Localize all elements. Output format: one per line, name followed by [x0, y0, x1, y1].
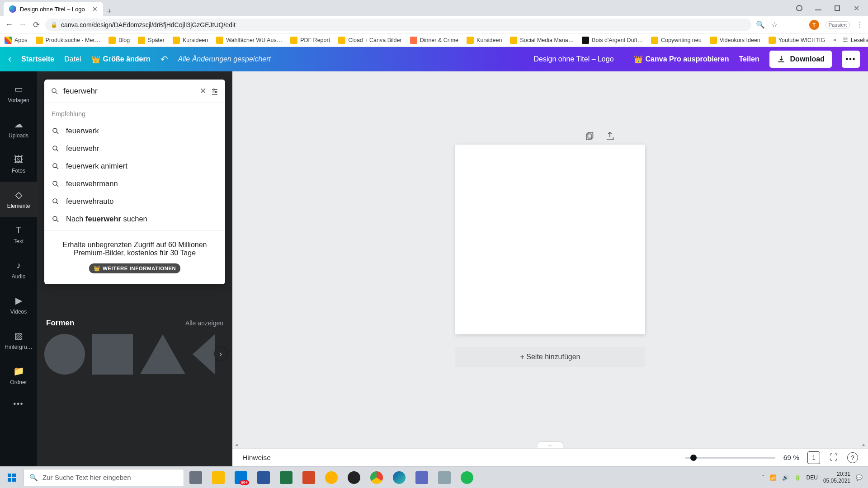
suggestion-item[interactable]: feuerwehrauto [44, 192, 225, 210]
profile-avatar[interactable]: T [809, 20, 819, 30]
back-chevron-icon[interactable]: ‹ [8, 53, 11, 65]
task-view-button[interactable] [185, 468, 207, 488]
rail-more-button[interactable]: ••• [14, 395, 24, 413]
bookmark-item[interactable]: Social Media Mana… [510, 37, 574, 44]
document-title[interactable]: Design ohne Titel – Logo [534, 55, 614, 63]
browser-tab-active[interactable]: Design ohne Titel – Logo ✕ [4, 2, 103, 16]
rail-text[interactable]: TText [0, 217, 37, 252]
bookmark-item[interactable]: Kursideen [467, 37, 502, 44]
maximize-button[interactable] [829, 5, 845, 11]
rail-folder[interactable]: 📁Ordner [0, 358, 37, 393]
bookmark-overflow-button[interactable]: » [833, 37, 836, 43]
tray-chevron-icon[interactable]: ˄ [762, 474, 764, 481]
rail-templates[interactable]: ▭Vorlagen [0, 76, 37, 111]
clear-search-button[interactable]: ✕ [200, 86, 206, 96]
bookmark-item[interactable]: Dinner & Crime [410, 37, 458, 44]
start-button[interactable] [1, 467, 23, 488]
sync-paused-badge[interactable]: Pausiert [826, 21, 850, 28]
horizontal-scrollbar[interactable]: ◂▸ [233, 442, 867, 448]
taskbar-app[interactable] [321, 468, 342, 488]
search-filter-button[interactable] [211, 87, 219, 95]
suggestion-item[interactable]: feuerwerk [44, 122, 225, 140]
tray-battery-icon[interactable]: 🔋 [794, 474, 801, 481]
rail-photos[interactable]: 🖼Fotos [0, 146, 37, 182]
address-bar[interactable]: 🔒 canva.com/design/DAEdomzscjl/drBfjHdCo… [45, 19, 751, 31]
download-button[interactable]: Download [769, 51, 832, 68]
zoom-slider[interactable] [685, 457, 775, 459]
more-menu-button[interactable]: ••• [842, 51, 860, 68]
zoom-value[interactable]: 69 % [783, 454, 799, 462]
shape-circle[interactable] [44, 334, 85, 375]
tray-notifications-icon[interactable]: 💬 [856, 474, 863, 481]
bookmark-item[interactable]: Bois d'Argent Duft… [582, 37, 643, 44]
bookmark-item[interactable]: Youtube WICHTIG [769, 37, 825, 44]
nav-back-button[interactable]: ← [5, 20, 14, 29]
tray-wifi-icon[interactable]: 📶 [770, 474, 777, 481]
promo-learn-more-button[interactable]: 👑WEITERE INFORMATIONEN [89, 263, 181, 273]
bookmark-item[interactable]: Videokurs Ideen [710, 37, 760, 44]
bookmark-item[interactable]: Produktsuche - Mer… [36, 37, 101, 44]
taskbar-powerpoint[interactable] [298, 468, 320, 488]
search-for-item[interactable]: Nach feuerwehr suchen [44, 210, 225, 228]
bookmark-item[interactable]: Blog [108, 37, 130, 44]
tray-language[interactable]: DEU [807, 474, 818, 481]
bookmark-apps[interactable]: Apps [5, 37, 28, 44]
rail-elements[interactable]: ◇Elemente [0, 182, 37, 217]
zoom-slider-knob[interactable] [690, 455, 697, 461]
shape-partial[interactable] [193, 334, 215, 375]
search-input[interactable] [63, 87, 195, 96]
taskbar-chrome[interactable] [366, 468, 387, 488]
taskbar-spotify[interactable] [456, 468, 478, 488]
bookmark-item[interactable]: Später [138, 37, 165, 44]
try-pro-button[interactable]: 👑 Canva Pro ausprobieren [634, 55, 729, 64]
zoom-reset-icon[interactable]: 🔍 [756, 20, 765, 29]
taskbar-word[interactable] [253, 468, 274, 488]
taskbar-app[interactable] [411, 468, 433, 488]
rail-audio[interactable]: ♪Audio [0, 252, 37, 287]
fullscreen-button[interactable]: ⛶ [828, 452, 839, 463]
design-page[interactable] [455, 145, 645, 334]
nav-forward-button[interactable]: → [18, 20, 27, 29]
help-button[interactable]: ? [847, 452, 858, 463]
taskbar-search[interactable]: 🔍 Zur Suche Text hier eingeben [24, 469, 184, 486]
duplicate-page-icon[interactable] [585, 131, 595, 141]
notes-button[interactable]: Hinweise [242, 454, 271, 462]
reading-list-button[interactable]: ☰Leseliste [843, 37, 868, 43]
bookmark-item[interactable]: PDF Report [290, 37, 330, 44]
shapes-next-button[interactable]: › [214, 347, 227, 360]
rail-videos[interactable]: ▶Videos [0, 287, 37, 323]
bookmark-item[interactable]: Wahlfächer WU Aus… [216, 37, 282, 44]
suggestion-item[interactable]: feuerwerk animiert [44, 157, 225, 175]
taskbar-explorer[interactable] [208, 468, 229, 488]
tray-volume-icon[interactable]: 🔊 [782, 474, 789, 481]
file-menu[interactable]: Datei [64, 55, 81, 63]
taskbar-edge[interactable] [388, 468, 410, 488]
resize-button[interactable]: 👑 Größe ändern [91, 55, 151, 64]
tray-clock[interactable]: 20:31 05.05.2021 [823, 471, 850, 484]
page-count-button[interactable]: 1 [807, 451, 820, 464]
taskbar-excel[interactable] [275, 468, 297, 488]
bookmark-item[interactable]: Copywriting neu [651, 37, 702, 44]
shape-triangle[interactable] [140, 334, 185, 374]
taskbar-mail[interactable]: 99+ [230, 468, 252, 488]
account-dot-icon[interactable] [791, 5, 807, 11]
share-button[interactable]: Teilen [739, 55, 760, 63]
taskbar-app[interactable] [434, 468, 455, 488]
close-window-button[interactable]: ✕ [848, 4, 864, 13]
nav-reload-button[interactable]: ⟳ [32, 20, 41, 29]
new-tab-button[interactable]: + [103, 7, 116, 16]
undo-button[interactable]: ↶ [160, 54, 168, 65]
rail-background[interactable]: ▨Hintergru… [0, 323, 37, 358]
add-page-button[interactable]: + Seite hinzufügen [455, 347, 645, 367]
chrome-menu-button[interactable]: ⋮ [856, 20, 863, 29]
taskbar-obs[interactable] [343, 468, 365, 488]
share-page-icon[interactable] [605, 131, 615, 141]
suggestion-item[interactable]: feuerwehrmann [44, 175, 225, 192]
suggestion-item[interactable]: feuerwehr [44, 140, 225, 157]
rail-uploads[interactable]: ☁Uploads [0, 111, 37, 146]
bookmark-star-icon[interactable]: ☆ [771, 20, 778, 29]
minimize-button[interactable] [810, 6, 826, 10]
close-tab-icon[interactable]: ✕ [92, 5, 98, 13]
canvas-scroll[interactable]: + Seite hinzufügen ︿ ◂▸ [232, 71, 868, 448]
shapes-see-all-link[interactable]: Alle anzeigen [185, 319, 223, 327]
